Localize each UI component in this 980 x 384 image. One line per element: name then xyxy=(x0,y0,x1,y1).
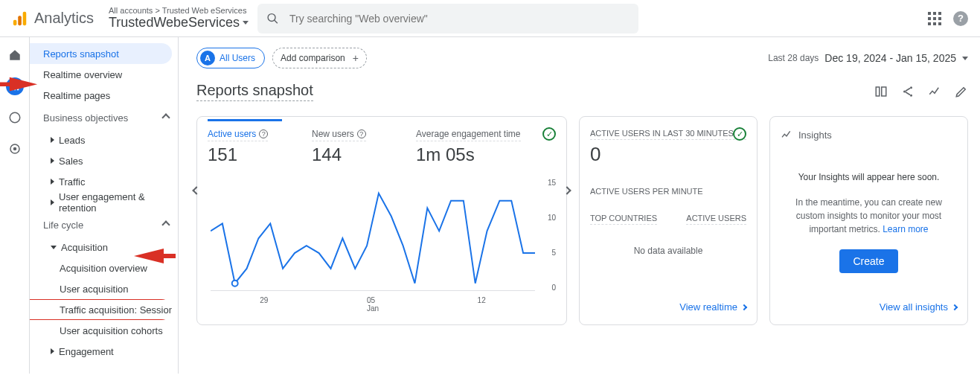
nav-section-business[interactable]: Business objectives xyxy=(30,106,178,129)
svg-point-13 xyxy=(903,91,906,93)
caret-down-icon xyxy=(51,246,57,249)
edit-icon[interactable] xyxy=(955,85,968,98)
annotation-arrow-icon xyxy=(132,247,177,265)
help-icon[interactable]: ? xyxy=(953,11,968,26)
report-actions xyxy=(874,85,968,98)
nav-user-acquisition[interactable]: User acquisition xyxy=(30,278,172,299)
account-name: TrustedWebeServices xyxy=(109,15,240,31)
learn-more-link[interactable]: Learn more xyxy=(883,224,928,234)
line-chart-svg xyxy=(211,179,535,291)
page-title: Reports snapshot xyxy=(196,82,313,101)
product-logo-area: Analytics xyxy=(12,10,94,27)
top-icons: ? xyxy=(928,11,968,26)
account-selector[interactable]: All accounts > Trusted Web eServices Tru… xyxy=(109,6,249,31)
x-tick: 05Jan xyxy=(367,296,379,313)
search-icon xyxy=(266,12,279,25)
rail-advertising-icon[interactable] xyxy=(6,140,24,158)
share-icon[interactable] xyxy=(901,85,915,98)
nav-engagement[interactable]: Engagement xyxy=(30,341,172,362)
add-comparison-button[interactable]: Add comparison + xyxy=(272,48,367,68)
value-30min: 0 xyxy=(590,143,746,166)
apps-menu-icon[interactable] xyxy=(928,12,941,25)
y-tick: 10 xyxy=(548,214,556,222)
nav-traffic[interactable]: Traffic xyxy=(30,171,172,192)
search-input[interactable] xyxy=(288,12,630,25)
svg-rect-12 xyxy=(882,87,886,96)
info-icon[interactable]: ? xyxy=(357,129,366,138)
report-nav: Reports snapshot Realtime overview Realt… xyxy=(30,37,179,374)
left-rail xyxy=(0,37,30,374)
metric-active-users[interactable]: Active users? 151 xyxy=(208,119,282,165)
audience-chip[interactable]: A All Users xyxy=(196,48,265,68)
nav-traffic-acquisition[interactable]: Traffic acquisition: Session... xyxy=(30,299,172,320)
customize-icon[interactable] xyxy=(874,85,888,98)
nav-realtime-pages[interactable]: Realtime pages xyxy=(30,85,172,106)
caret-down-icon xyxy=(962,57,968,60)
y-tick: 5 xyxy=(551,249,556,257)
nav-leads[interactable]: Leads xyxy=(30,129,172,150)
arrow-right-icon xyxy=(952,304,958,310)
nav-reports-snapshot[interactable]: Reports snapshot xyxy=(30,43,172,64)
status-ok-icon: ✓ xyxy=(542,127,556,141)
x-tick: 29 xyxy=(260,296,268,313)
svg-point-8 xyxy=(10,112,20,123)
caret-down-icon xyxy=(243,21,249,25)
insights-heading: Insights xyxy=(798,129,832,141)
svg-rect-2 xyxy=(23,11,27,25)
nav-user-acquisition-cohorts[interactable]: User acquisition cohorts xyxy=(30,320,172,341)
insights-icon[interactable] xyxy=(928,85,941,98)
analytics-logo-icon xyxy=(12,10,28,27)
date-range-picker[interactable]: Last 28 days Dec 19, 2024 - Jan 15, 2025 xyxy=(768,52,968,64)
prev-metric-button[interactable] xyxy=(190,184,203,197)
svg-point-17 xyxy=(232,281,238,287)
top-bar: Analytics All accounts > Trusted Web eSe… xyxy=(0,0,980,37)
svg-rect-11 xyxy=(876,87,880,96)
nav-sales[interactable]: Sales xyxy=(30,150,172,171)
x-tick: 12 xyxy=(478,296,486,313)
y-tick: 0 xyxy=(551,284,556,292)
nav-section-lifecycle[interactable]: Life cycle xyxy=(30,213,178,237)
rail-home-icon[interactable] xyxy=(6,46,24,64)
view-all-insights-link[interactable]: View all insights xyxy=(880,301,957,313)
no-data-message: No data available xyxy=(590,246,746,256)
label-permin: ACTIVE USERS PER MINUTE xyxy=(590,187,746,196)
create-insight-button[interactable]: Create xyxy=(839,249,897,273)
metric-row: Active users? 151 New users? 144 Average… xyxy=(208,129,556,165)
svg-rect-1 xyxy=(18,16,22,25)
date-context: Last 28 days xyxy=(768,53,819,63)
overview-card: ✓ Active users? 151 New users? 144 Avera… xyxy=(196,116,567,325)
nav-realtime-overview[interactable]: Realtime overview xyxy=(30,64,172,85)
plus-icon: + xyxy=(353,52,359,64)
main-content: A All Users Add comparison + Last 28 day… xyxy=(179,37,980,374)
svg-point-15 xyxy=(910,95,912,97)
next-metric-button[interactable] xyxy=(560,184,574,197)
label-30min: ACTIVE USERS IN LAST 30 MINUTES xyxy=(590,129,746,140)
search-bar[interactable] xyxy=(257,4,638,33)
svg-point-3 xyxy=(268,13,275,21)
product-name: Analytics xyxy=(34,10,94,27)
chevron-up-icon xyxy=(161,220,170,228)
caret-right-icon xyxy=(51,348,54,354)
svg-rect-0 xyxy=(13,19,17,25)
audience-label: All Users xyxy=(220,53,255,63)
svg-line-4 xyxy=(275,20,278,23)
caret-right-icon xyxy=(51,137,54,143)
date-range: Dec 19, 2024 - Jan 15, 2025 xyxy=(824,52,956,64)
caret-right-icon xyxy=(51,158,54,164)
status-ok-icon: ✓ xyxy=(733,127,746,141)
insights-card: Insights Your Insights will appear here … xyxy=(769,116,968,325)
view-realtime-link[interactable]: View realtime xyxy=(679,301,746,313)
col-top-countries: TOP COUNTRIES xyxy=(590,214,657,225)
rail-explore-icon[interactable] xyxy=(6,109,24,127)
caret-right-icon xyxy=(51,179,54,185)
info-icon[interactable]: ? xyxy=(259,129,268,138)
col-active-users: ACTIVE USERS xyxy=(686,214,746,225)
svg-point-10 xyxy=(13,147,16,151)
metric-new-users[interactable]: New users? 144 xyxy=(312,129,386,165)
insights-line1: Your Insights will appear here soon. xyxy=(798,172,940,182)
y-tick: 15 xyxy=(548,179,556,187)
metric-engagement-time[interactable]: Average engagement time 1m 05s xyxy=(416,129,521,165)
insights-icon xyxy=(781,129,792,141)
arrow-right-icon xyxy=(741,304,747,310)
nav-user-engagement[interactable]: User engagement & retention xyxy=(30,192,172,213)
